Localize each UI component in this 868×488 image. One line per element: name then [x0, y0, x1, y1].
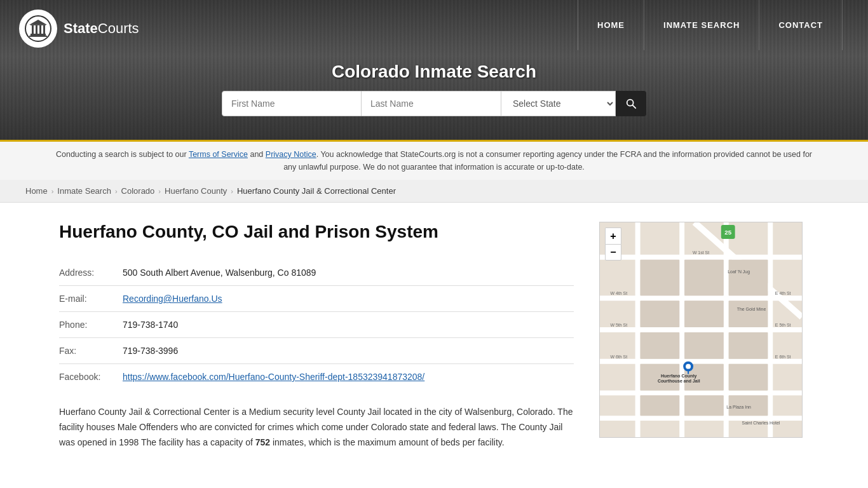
address-label: Address: [59, 260, 123, 286]
first-name-input[interactable] [222, 91, 362, 116]
breadcrumb: Home › Inmate Search › Colorado › Huerfa… [0, 180, 868, 203]
fax-value: 719-738-3996 [123, 338, 574, 364]
svg-rect-25 [729, 260, 768, 296]
svg-rect-30 [684, 332, 724, 359]
svg-text:E 4th St: E 4th St [775, 291, 791, 295]
capacity-value: 752 [255, 437, 270, 447]
address-value: 500 South Albert Avenue, Walsenburg, Co … [123, 260, 574, 286]
svg-line-10 [633, 105, 636, 109]
svg-rect-26 [641, 301, 680, 327]
email-link[interactable]: Recording@Huerfano.Us [123, 294, 222, 304]
facebook-row: Facebook: https://www.facebook.com/Huerf… [59, 364, 574, 390]
svg-rect-6 [43, 25, 45, 34]
svg-text:Saint Charles Hotel: Saint Charles Hotel [742, 421, 780, 425]
search-bar: Select State [0, 91, 868, 123]
description: Huerfano County Jail & Correctional Cent… [59, 405, 574, 450]
facebook-value: https://www.facebook.com/Huerfano-County… [123, 364, 574, 390]
svg-rect-31 [729, 332, 768, 359]
page-title-section: Colorado Inmate Search [0, 50, 868, 91]
svg-rect-34 [729, 364, 768, 391]
svg-text:25: 25 [724, 229, 732, 236]
facility-title: Huerfano County, CO Jail and Prison Syst… [59, 222, 574, 242]
address-row: Address: 500 South Albert Avenue, Walsen… [59, 260, 574, 286]
last-name-input[interactable] [362, 91, 501, 116]
svg-rect-2 [29, 36, 47, 37]
nav-contact[interactable]: CONTACT [759, 0, 843, 50]
breadcrumb-current: Huerfano County Jail & Correctional Cent… [237, 186, 396, 196]
zoom-out-button[interactable]: − [605, 244, 621, 261]
disclaimer-text-between: and [248, 150, 266, 159]
zoom-in-button[interactable]: + [605, 227, 621, 244]
disclaimer-text-after: . You acknowledge that StateCourts.org i… [283, 150, 812, 172]
fax-row: Fax: 719-738-3996 [59, 338, 574, 364]
svg-rect-23 [641, 260, 680, 296]
phone-row: Phone: 719-738-1740 [59, 312, 574, 338]
breadcrumb-sep-4: › [231, 187, 233, 195]
breadcrumb-colorado[interactable]: Colorado [121, 186, 155, 196]
nav-home[interactable]: HOME [578, 0, 644, 50]
svg-rect-28 [729, 301, 768, 327]
svg-rect-27 [684, 301, 724, 327]
svg-text:E 6th St: E 6th St [775, 355, 791, 359]
terms-link[interactable]: Terms of Service [189, 150, 248, 159]
breadcrumb-sep-3: › [158, 187, 161, 195]
fax-label: Fax: [59, 338, 123, 364]
map-container: + − [599, 222, 803, 438]
nav-inmate-search[interactable]: INMATE SEARCH [644, 0, 759, 50]
state-select[interactable]: Select State [501, 91, 616, 116]
email-label: E-mail: [59, 286, 123, 312]
svg-rect-8 [31, 24, 46, 25]
map-svg: 25 W 1st St W 4th St W 5th St W 6th St E… [600, 222, 802, 437]
logo-icon [19, 10, 57, 48]
svg-text:Loaf 'N Jug: Loaf 'N Jug [728, 269, 750, 274]
site-header: StateCourts HOME INMATE SEARCH CONTACT C… [0, 0, 868, 140]
svg-rect-1 [31, 34, 46, 36]
breadcrumb-sep-2: › [115, 187, 118, 195]
page-title: Colorado Inmate Search [0, 62, 868, 82]
info-table: Address: 500 South Albert Avenue, Walsen… [59, 260, 574, 390]
phone-label: Phone: [59, 312, 123, 338]
svg-point-54 [686, 364, 691, 369]
svg-rect-5 [39, 25, 41, 34]
svg-rect-3 [32, 25, 34, 34]
svg-text:W 6th St: W 6th St [611, 355, 628, 359]
svg-rect-4 [36, 25, 37, 34]
logo-area[interactable]: StateCourts [19, 10, 139, 48]
content-grid: Huerfano County, CO Jail and Prison Syst… [59, 222, 809, 450]
svg-rect-29 [641, 332, 680, 359]
svg-rect-35 [641, 395, 680, 416]
map-zoom-controls: + − [605, 227, 621, 261]
svg-text:W 1st St: W 1st St [693, 250, 709, 255]
svg-text:La Plaza Inn: La Plaza Inn [726, 405, 751, 409]
search-button[interactable] [616, 91, 646, 116]
left-panel: Huerfano County, CO Jail and Prison Syst… [59, 222, 574, 450]
svg-text:W 4th St: W 4th St [611, 291, 628, 295]
svg-text:The Gold Mine: The Gold Mine [737, 307, 766, 311]
main-content: Huerfano County, CO Jail and Prison Syst… [34, 203, 834, 475]
disclaimer-text-before: Conducting a search is subject to our [56, 150, 189, 159]
phone-value: 719-738-1740 [123, 312, 574, 338]
svg-text:W 5th St: W 5th St [611, 323, 628, 327]
privacy-link[interactable]: Privacy Notice [266, 150, 316, 159]
svg-rect-36 [684, 395, 724, 416]
breadcrumb-home[interactable]: Home [25, 186, 48, 196]
email-row: E-mail: Recording@Huerfano.Us [59, 286, 574, 312]
svg-rect-24 [684, 260, 724, 296]
svg-text:Huerfano County: Huerfano County [661, 374, 696, 379]
logo-text: StateCourts [64, 20, 139, 37]
facebook-label: Facebook: [59, 364, 123, 390]
svg-text:E 5th St: E 5th St [775, 323, 791, 327]
breadcrumb-sep-1: › [51, 187, 54, 195]
svg-marker-7 [29, 20, 47, 25]
breadcrumb-huerfano-county[interactable]: Huerfano County [165, 186, 227, 196]
svg-text:Courthouse and Jail: Courthouse and Jail [658, 379, 700, 383]
email-value: Recording@Huerfano.Us [123, 286, 574, 312]
breadcrumb-inmate-search[interactable]: Inmate Search [57, 186, 111, 196]
description-end: inmates, which is the maximum amount of … [270, 437, 505, 447]
facebook-link[interactable]: https://www.facebook.com/Huerfano-County… [123, 372, 424, 382]
disclaimer: Conducting a search is subject to our Te… [0, 140, 868, 180]
right-panel: + − [599, 222, 809, 438]
